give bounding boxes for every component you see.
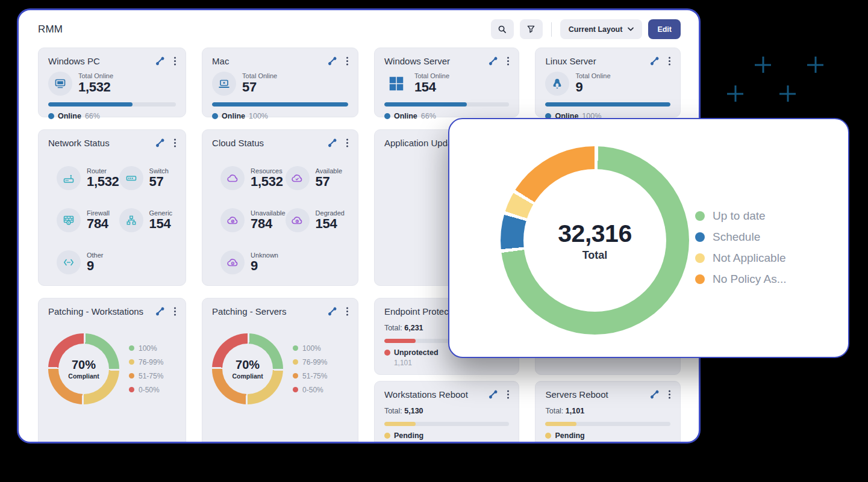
expand-icon[interactable] [651, 391, 658, 398]
compliance-donut-chart: 70% Compliant [48, 333, 119, 404]
expand-icon[interactable] [490, 391, 496, 398]
more-options-icon[interactable] [669, 60, 670, 62]
metric-value: 1,532 [78, 79, 113, 94]
cloud-unknown-icon [220, 250, 245, 274]
legend-dot [293, 373, 298, 378]
card-patching-workstations: Patching - Workstations 70% Compliant 10… [38, 298, 186, 443]
card-windows-server: Windows Server Total Online 154 Online66… [374, 48, 520, 117]
more-options-icon[interactable] [507, 60, 509, 62]
pending-status-dot [545, 433, 551, 439]
decor-plus-icon [727, 85, 743, 102]
header-actions: Current Layout Edit [491, 19, 681, 39]
card-title: Patching - Servers [212, 306, 286, 317]
metric-label: Total Online [414, 72, 449, 79]
more-options-icon[interactable] [669, 394, 670, 395]
more-options-icon[interactable] [174, 60, 176, 62]
pending-progress-bar [545, 422, 670, 426]
legend-dot [129, 359, 134, 365]
card-title: Workstations Reboot [384, 389, 468, 400]
legend-dot [129, 373, 134, 378]
card-mac: Mac Total Online 57 Online100% [202, 48, 358, 117]
search-button[interactable] [491, 19, 514, 39]
metric-label: Total Online [242, 72, 277, 79]
metric-value: 57 [242, 79, 277, 94]
filter-button[interactable] [520, 19, 543, 39]
legend-dot [695, 253, 705, 263]
expand-icon[interactable] [157, 308, 163, 315]
network-item-other: Other9 [57, 250, 119, 274]
decor-plus-icon [807, 57, 823, 73]
expand-icon[interactable] [329, 140, 336, 146]
legend-dot [129, 387, 134, 392]
online-progress-bar [48, 102, 176, 107]
expand-icon[interactable] [490, 58, 496, 64]
legend-dot [695, 274, 705, 284]
switch-icon [119, 166, 143, 190]
card-title: Mac [212, 56, 229, 66]
compliance-donut-chart: 70% Compliant [212, 333, 283, 404]
online-status-dot [384, 113, 390, 119]
card-title: Linux Server [545, 56, 596, 66]
legend-dot [695, 211, 705, 221]
donut-legend: 100% 76-99% 51-75% 0-50% [129, 344, 163, 394]
expand-icon[interactable] [651, 58, 658, 64]
pending-status-dot [384, 433, 390, 439]
card-title: Windows Server [384, 56, 450, 66]
cloud-item-unknown: Unknown9 [220, 250, 285, 274]
filter-icon [526, 25, 535, 34]
more-options-icon[interactable] [174, 311, 176, 312]
header-divider [551, 22, 552, 37]
card-network-status: Network Status Router1,532 Switch57 [38, 129, 186, 286]
online-status-dot [48, 113, 54, 119]
more-options-icon[interactable] [507, 394, 509, 395]
current-layout-label: Current Layout [569, 25, 623, 34]
more-options-icon[interactable] [346, 142, 348, 144]
edit-button[interactable]: Edit [648, 19, 681, 39]
more-options-icon[interactable] [174, 142, 176, 144]
legend-dot [293, 345, 298, 351]
donut-total-value: 32,316 [558, 220, 631, 248]
card-workstations-reboot: Workstations Reboot Total: 5,130 Pending… [374, 381, 520, 443]
pending-progress-bar [384, 422, 510, 426]
expand-icon[interactable] [157, 140, 163, 146]
card-linux-server: Linux Server Total Online 9 Online100% [535, 48, 681, 117]
legend-dot [129, 345, 134, 351]
cloud-degraded-icon [286, 208, 310, 232]
windows-logo-icon [384, 72, 408, 96]
expand-icon[interactable] [329, 58, 336, 64]
online-progress-bar [384, 102, 510, 107]
online-progress-bar [212, 102, 348, 107]
decor-plus-icon [755, 57, 771, 73]
more-options-icon[interactable] [346, 311, 348, 312]
legend-dot [293, 387, 298, 392]
network-item-router: Router1,532 [57, 166, 119, 190]
cloud-unavailable-icon [220, 208, 245, 232]
expand-icon[interactable] [157, 58, 163, 64]
legend-dot [695, 232, 705, 242]
patch-status-donut-chart: 32,316 Total [501, 146, 689, 335]
other-device-icon [57, 250, 81, 274]
online-progress-bar [545, 102, 670, 107]
donut-legend: Up to date Schedule Not Applicable No Po… [695, 209, 787, 286]
network-item-firewall: Firewall784 [57, 208, 119, 232]
generic-device-icon [119, 208, 143, 232]
chevron-down-icon [628, 27, 634, 31]
card-title: Windows PC [48, 56, 100, 66]
card-windows-pc: Windows PC Total Online 1,532 Online66% [38, 48, 186, 117]
card-title: Patching - Workstations [48, 306, 143, 317]
cloud-item-resources: Resources1,532 [220, 166, 285, 190]
current-layout-dropdown[interactable]: Current Layout [560, 19, 643, 39]
dashboard-header: RMM Current Layout Edit [19, 10, 699, 45]
decor-plus-icon [779, 85, 796, 102]
page-title: RMM [38, 23, 63, 36]
laptop-icon [212, 72, 236, 96]
network-item-generic: Generic154 [119, 208, 173, 232]
expand-icon[interactable] [329, 308, 336, 315]
card-patching-servers: Patching - Servers 70% Compliant 100% 76… [202, 298, 358, 443]
metric-label: Total Online [78, 72, 113, 79]
router-icon [57, 166, 81, 190]
card-servers-reboot: Servers Reboot Total: 1,101 Pending 25% [535, 381, 681, 443]
card-title: Servers Reboot [545, 389, 608, 400]
desktop-icon [48, 72, 72, 96]
more-options-icon[interactable] [346, 60, 348, 62]
